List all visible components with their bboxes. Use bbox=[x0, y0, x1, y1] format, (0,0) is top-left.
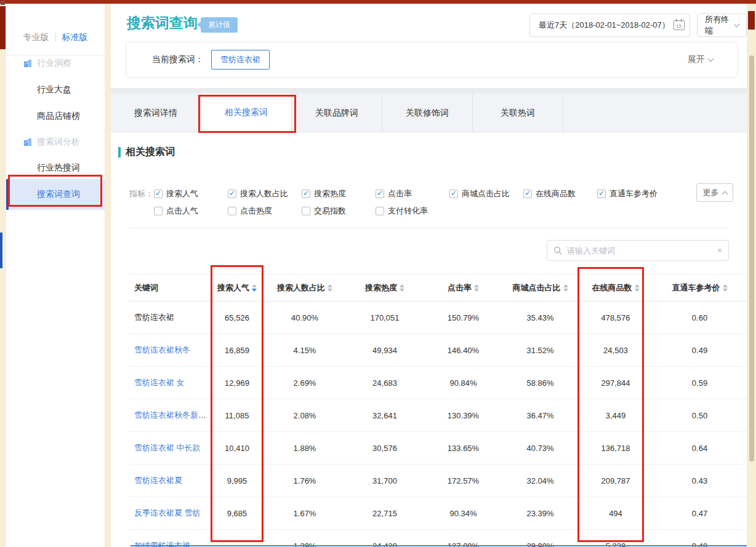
metric-checkbox-1-2[interactable]: 搜索人数占比 bbox=[228, 188, 302, 199]
sidebar-item-1[interactable]: 行业洞察 bbox=[6, 51, 105, 76]
current-word-chip[interactable]: 雪纺连衣裙 bbox=[211, 50, 270, 70]
table-row: 雪纺连衣裙 中长款10,4101.88%30,576133.65%40.73%1… bbox=[129, 432, 747, 465]
vertical-scrollbar[interactable] bbox=[749, 55, 754, 461]
value-cell: 9,685 bbox=[209, 509, 265, 518]
value-cell: 1.67% bbox=[265, 509, 345, 518]
tab-1[interactable]: 搜索词详情 bbox=[111, 94, 201, 132]
sort-icon bbox=[723, 284, 728, 292]
sidebar-item-2[interactable]: 行业大盘 bbox=[6, 78, 105, 102]
metric-checkbox-1-5[interactable]: 商城点击占比 bbox=[449, 188, 523, 199]
metric-checkbox-2-1[interactable]: 点击人气 bbox=[154, 206, 228, 217]
metric-checkbox-label: 搜索人数占比 bbox=[240, 188, 288, 199]
page-title: 搜索词查询 bbox=[127, 14, 198, 33]
version-tabs: 专业版标准版 bbox=[6, 20, 105, 55]
metric-checkbox-2-3[interactable]: 交易指数 bbox=[302, 206, 376, 217]
chevron-down-icon bbox=[708, 56, 714, 62]
column-header-5[interactable]: 点击率 bbox=[425, 282, 502, 293]
keyword-cell: 雪纺连衣裙秋冬 bbox=[129, 345, 209, 356]
value-cell: 1.88% bbox=[265, 444, 345, 453]
sidebar-item-label: 搜索词分析 bbox=[37, 137, 80, 148]
more-button[interactable]: 更多 bbox=[696, 183, 733, 202]
sort-icon bbox=[400, 284, 404, 292]
sort-asc-icon bbox=[723, 284, 728, 287]
sidebar-item-6[interactable]: 搜索词查询 bbox=[6, 179, 105, 210]
metric-checkbox-2-4[interactable]: 支付转化率 bbox=[376, 206, 449, 217]
expand-label: 展开 bbox=[688, 54, 705, 65]
date-range-selector[interactable]: 最近7天（2018-02-01~2018-02-07） bbox=[529, 14, 679, 37]
column-header-label: 搜索热度 bbox=[365, 282, 397, 293]
metric-checkbox-1-7[interactable]: 直通车参考价 bbox=[597, 188, 671, 199]
sidebar-item-3[interactable]: 商品店铺榜 bbox=[6, 104, 105, 129]
left-blue-block bbox=[0, 233, 2, 268]
clear-icon[interactable]: × bbox=[717, 246, 722, 255]
tab-3[interactable]: 关联品牌词 bbox=[292, 94, 382, 132]
value-cell: 35.43% bbox=[502, 313, 579, 322]
column-header-8[interactable]: 直通车参考价 bbox=[653, 282, 747, 293]
column-header-label: 商城点击占比 bbox=[513, 282, 561, 293]
tab-2[interactable]: 相关搜索词 bbox=[201, 94, 292, 132]
metric-checkbox-1-3[interactable]: 搜索热度 bbox=[302, 188, 376, 199]
expand-toggle[interactable]: 展开 bbox=[688, 54, 713, 65]
metric-checkbox-label: 在线商品数 bbox=[536, 188, 576, 199]
value-cell: 3,449 bbox=[579, 411, 653, 420]
sort-asc-icon bbox=[252, 284, 257, 287]
chevron-up-icon bbox=[722, 191, 728, 197]
industry-icon bbox=[23, 138, 32, 146]
version-tab-1[interactable]: 专业版 bbox=[23, 32, 49, 43]
metric-checkbox-1-1[interactable]: 搜索人气 bbox=[154, 188, 228, 199]
section-title: 相关搜索词 bbox=[118, 146, 175, 159]
checkbox-icon bbox=[154, 190, 163, 198]
metric-checkbox-label: 商城点击占比 bbox=[462, 188, 510, 199]
column-header-6[interactable]: 商城点击占比 bbox=[502, 282, 579, 293]
column-header-3[interactable]: 搜索人数占比 bbox=[265, 282, 345, 293]
sort-desc-icon bbox=[635, 289, 640, 292]
table-row: 加绒雪纺连衣裙1.39%24,420127.00%29.90%5,2390.48 bbox=[129, 530, 747, 547]
column-header-7[interactable]: 在线商品数 bbox=[579, 282, 653, 293]
column-header-2[interactable]: 搜索人气 bbox=[209, 282, 265, 293]
table-row: 雪纺连衣裙秋冬16,8594.15%49,934146.40%31.52%24,… bbox=[129, 334, 747, 367]
calendar-icon: 15 bbox=[674, 20, 685, 30]
metrics-label: 指标： bbox=[129, 188, 154, 199]
column-header-4[interactable]: 搜索热度 bbox=[345, 282, 425, 293]
sort-desc-icon bbox=[474, 289, 479, 292]
version-tab-2[interactable]: 标准版 bbox=[62, 32, 88, 43]
metric-checkbox-label: 直通车参考价 bbox=[609, 188, 657, 199]
value-cell: 172.57% bbox=[425, 476, 502, 485]
current-word-label: 当前搜索词： bbox=[152, 54, 204, 65]
divider bbox=[129, 228, 728, 228]
sort-desc-icon bbox=[563, 289, 568, 292]
section-accent-bar bbox=[118, 147, 121, 158]
calendar-button[interactable]: 15 bbox=[668, 14, 690, 37]
value-cell: 0.47 bbox=[653, 509, 747, 518]
sort-icon bbox=[328, 284, 332, 292]
value-cell: 65,526 bbox=[209, 313, 265, 322]
terminal-selector[interactable]: 所有终端 bbox=[697, 14, 747, 37]
keyword-search-input[interactable] bbox=[567, 246, 712, 255]
value-cell: 90.84% bbox=[425, 378, 502, 388]
metric-checkbox-1-6[interactable]: 在线商品数 bbox=[523, 188, 597, 199]
keyword-link[interactable]: 反季连衣裙夏 雪纺 bbox=[134, 508, 201, 517]
menu-icon bbox=[1, 1, 5, 2]
column-header-label: 搜索人数占比 bbox=[277, 282, 325, 293]
metric-checkbox-2-2[interactable]: 点击热度 bbox=[228, 206, 302, 217]
value-cell: 16,859 bbox=[209, 346, 265, 355]
value-cell: 36.47% bbox=[502, 411, 579, 420]
sidebar-item-4[interactable]: 搜索词分析 bbox=[6, 130, 105, 154]
keyword-link[interactable]: 雪纺连衣裙秋冬 bbox=[134, 345, 190, 354]
metric-checkbox-1-4[interactable]: 点击率 bbox=[376, 188, 449, 199]
section-title-text: 相关搜索词 bbox=[126, 146, 175, 159]
keyword-link[interactable]: 雪纺连衣裙夏 bbox=[134, 476, 182, 485]
metric-checkbox-label: 点击热度 bbox=[240, 206, 272, 217]
sort-desc-icon bbox=[400, 289, 404, 292]
metric-checkbox-label: 搜索人气 bbox=[166, 188, 198, 199]
table-row: 雪纺连衣裙夏9,9951.76%31,700172.57%32.04%209,7… bbox=[129, 465, 747, 497]
keyword-link[interactable]: 雪纺连衣裙秋冬新款女... bbox=[134, 410, 209, 420]
current-word-box: 当前搜索词： 雪纺连衣裙 展开 bbox=[126, 42, 738, 78]
tab-5[interactable]: 关联热词 bbox=[473, 94, 563, 132]
tab-4[interactable]: 关联修饰词 bbox=[382, 94, 473, 132]
sidebar-item-label: 搜索词查询 bbox=[37, 189, 80, 200]
sidebar-item-5[interactable]: 行业热搜词 bbox=[6, 156, 105, 180]
keyword-link[interactable]: 雪纺连衣裙 中长款 bbox=[134, 443, 201, 452]
keyword-link[interactable]: 雪纺连衣裙 女 bbox=[134, 378, 185, 387]
chevron-down-icon bbox=[734, 22, 740, 27]
